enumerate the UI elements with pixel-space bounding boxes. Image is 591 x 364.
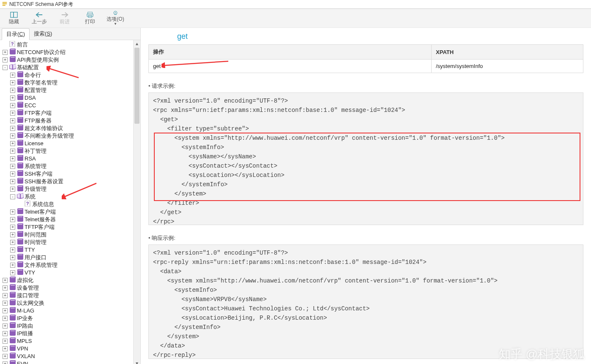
- print-button[interactable]: 打印: [79, 11, 101, 26]
- tree-item[interactable]: -基础配置: [2, 64, 134, 71]
- tab-toc[interactable]: 目录(C): [2, 28, 30, 40]
- scrollbar[interactable]: ▲ ▼: [133, 40, 140, 364]
- expand-icon[interactable]: +: [10, 232, 15, 237]
- tree-item[interactable]: +文件系统管理: [2, 261, 134, 269]
- tree-label: 补丁管理: [25, 148, 47, 155]
- tab-search[interactable]: 搜索(S): [30, 28, 56, 39]
- expand-icon[interactable]: +: [3, 361, 8, 364]
- expand-icon[interactable]: +: [3, 308, 8, 313]
- tree-item[interactable]: +NETCONF协议介绍: [2, 49, 134, 56]
- expand-icon[interactable]: +: [3, 50, 8, 55]
- expand-icon[interactable]: +: [10, 103, 15, 108]
- expand-icon[interactable]: +: [10, 179, 15, 184]
- tree-label: 基础配置: [17, 64, 39, 71]
- expand-icon[interactable]: +: [10, 149, 15, 154]
- tree-item[interactable]: +API典型使用实例: [2, 56, 134, 64]
- tree-item[interactable]: +SSH客户端: [2, 170, 134, 178]
- expand-icon[interactable]: +: [3, 278, 8, 283]
- tree-item[interactable]: +License: [2, 140, 134, 147]
- tree-item[interactable]: +不间断业务升级管理: [2, 132, 134, 140]
- tree-item[interactable]: +IP业务: [2, 315, 134, 322]
- tree-item[interactable]: +系统管理: [2, 163, 134, 170]
- expand-icon[interactable]: +: [10, 141, 15, 146]
- tree-item[interactable]: +升级管理: [2, 185, 134, 193]
- tree-item[interactable]: +EVN: [2, 360, 134, 364]
- tree-item[interactable]: +补丁管理: [2, 147, 134, 155]
- tree-item[interactable]: +VXLAN: [2, 353, 134, 360]
- expand-icon[interactable]: +: [10, 95, 15, 101]
- tree-item[interactable]: +VTY: [2, 269, 134, 277]
- tree-item[interactable]: +设备管理: [2, 284, 134, 292]
- tree-item[interactable]: +超文本传输协议: [2, 125, 134, 132]
- tree-item[interactable]: +SSH服务器设置: [2, 178, 134, 185]
- expand-icon[interactable]: +: [3, 323, 8, 329]
- scroll-thumb[interactable]: [134, 48, 140, 124]
- tree-item[interactable]: +以太网交换: [2, 299, 134, 307]
- book-icon: [9, 56, 16, 64]
- expand-icon[interactable]: +: [10, 111, 15, 116]
- expand-icon[interactable]: +: [10, 126, 15, 131]
- tree-item[interactable]: +FTP服务器: [2, 117, 134, 125]
- tree-item[interactable]: +RSA: [2, 155, 134, 163]
- expand-icon[interactable]: +: [3, 339, 8, 344]
- expand-icon[interactable]: +: [10, 187, 15, 192]
- expand-icon[interactable]: +: [10, 217, 15, 222]
- expand-icon[interactable]: +: [10, 156, 15, 161]
- expand-icon[interactable]: +: [10, 255, 15, 260]
- tree-item[interactable]: +ECC: [2, 102, 134, 109]
- options-button[interactable]: 选项(O)▼: [104, 11, 127, 26]
- tree-item[interactable]: +FTP客户端: [2, 109, 134, 117]
- tree-item[interactable]: +TFTP客户端: [2, 223, 134, 231]
- collapse-icon[interactable]: -: [10, 194, 15, 199]
- tree-item[interactable]: -系统: [2, 193, 134, 201]
- tree-item[interactable]: +用户接口: [2, 254, 134, 261]
- expand-icon[interactable]: +: [10, 240, 15, 245]
- expand-icon[interactable]: +: [10, 73, 15, 78]
- expand-icon[interactable]: +: [10, 209, 15, 215]
- tree-item[interactable]: +时间管理: [2, 239, 134, 246]
- tree-item[interactable]: +时间范围: [2, 231, 134, 239]
- expand-icon[interactable]: +: [10, 247, 15, 253]
- tree-label: Telnet客户端: [25, 209, 56, 215]
- expand-icon[interactable]: +: [10, 88, 15, 93]
- expand-icon[interactable]: +: [10, 118, 15, 123]
- svg-line-11: [164, 61, 228, 65]
- scroll-up-icon[interactable]: ▲: [134, 40, 140, 47]
- toc-tree[interactable]: ?前言+NETCONF协议介绍+API典型使用实例-基础配置+命令行+数字签名管…: [0, 40, 134, 364]
- tree-item[interactable]: +MPLS: [2, 337, 134, 345]
- tree-item[interactable]: +数字签名管理: [2, 79, 134, 87]
- tree-item[interactable]: +Telnet服务器: [2, 216, 134, 223]
- expand-icon[interactable]: +: [3, 301, 8, 306]
- expand-icon[interactable]: +: [3, 331, 8, 336]
- expand-icon[interactable]: +: [10, 263, 15, 268]
- expand-icon[interactable]: +: [10, 164, 15, 169]
- tree-item[interactable]: ?前言: [2, 41, 134, 49]
- expand-icon[interactable]: +: [10, 225, 15, 230]
- tree-item[interactable]: ?系统信息: [2, 201, 134, 208]
- tree-item[interactable]: +IP路由: [2, 322, 134, 330]
- tree-item[interactable]: +VPN: [2, 345, 134, 353]
- tree-item[interactable]: +DSA: [2, 94, 134, 102]
- scroll-down-icon[interactable]: ▼: [134, 360, 140, 364]
- tree-item[interactable]: +M-LAG: [2, 307, 134, 315]
- tree-item[interactable]: +配置管理: [2, 87, 134, 94]
- expand-icon[interactable]: +: [3, 293, 8, 298]
- expand-icon[interactable]: +: [10, 171, 15, 177]
- tree-item[interactable]: +TTY: [2, 246, 134, 254]
- hide-button[interactable]: 隐藏: [3, 11, 25, 26]
- tree-item[interactable]: +IP组播: [2, 330, 134, 337]
- tree-item[interactable]: +Telnet客户端: [2, 208, 134, 216]
- expand-icon[interactable]: +: [3, 285, 8, 291]
- expand-icon[interactable]: +: [10, 133, 15, 139]
- tree-item[interactable]: +接口管理: [2, 292, 134, 299]
- expand-icon[interactable]: +: [3, 354, 8, 359]
- back-button[interactable]: 上一步: [28, 11, 51, 26]
- tree-item[interactable]: +虚拟化: [2, 277, 134, 284]
- expand-icon[interactable]: +: [10, 270, 15, 275]
- expand-icon[interactable]: +: [3, 57, 8, 62]
- tree-item[interactable]: +命令行: [2, 71, 134, 79]
- expand-icon[interactable]: +: [10, 80, 15, 85]
- collapse-icon[interactable]: -: [3, 65, 8, 70]
- expand-icon[interactable]: +: [3, 316, 8, 321]
- expand-icon[interactable]: +: [3, 346, 8, 351]
